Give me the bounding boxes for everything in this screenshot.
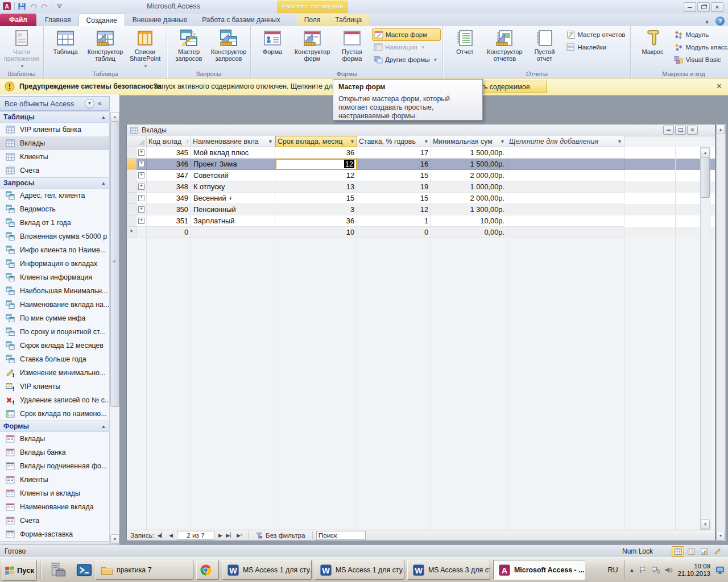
row-selector[interactable] (127, 159, 136, 170)
expand-row-cell[interactable] (136, 227, 147, 238)
row-selector[interactable] (127, 193, 136, 204)
expand-row-icon[interactable]: + (138, 206, 144, 213)
flag-icon[interactable] (638, 566, 647, 575)
ribbon-button-labels[interactable]: Наклейки (564, 41, 628, 53)
cell-349-1[interactable]: Весенний + (191, 193, 275, 204)
datasheet-vertical-scrollbar[interactable]: ▲ ▼ (700, 147, 710, 530)
ribbon-button-more-forms[interactable]: Другие формы▼ (372, 53, 441, 66)
scroll-up-icon[interactable]: ▲ (717, 124, 725, 134)
task-button-folder-0[interactable]: практика 7 (96, 560, 193, 580)
datasheet-scrollbar-thumb[interactable] (701, 157, 710, 198)
nav-item-queries-3[interactable]: Вложенная сумма <5000 р (0, 230, 110, 243)
nav-item-tables-1[interactable]: Вклады (0, 136, 110, 150)
powershell-icon[interactable] (76, 562, 92, 578)
scroll-down-icon[interactable]: ▼ (701, 519, 710, 529)
nav-item-forms-7[interactable]: Форма-заставка (0, 527, 110, 541)
window-close-icon[interactable]: × (711, 2, 723, 12)
nav-item-queries-5[interactable]: Информация о вкладах (0, 257, 110, 271)
table-row-346[interactable]: +346Проект Зима12161 500,00р. (127, 159, 715, 170)
help-icon[interactable]: ? (715, 16, 725, 26)
cell-347-4[interactable]: 2 000,00р. (431, 170, 507, 181)
expand-row-cell[interactable]: + (136, 215, 147, 227)
cell-346-4[interactable]: 1 500,00р. (431, 159, 507, 170)
cell-345-2[interactable]: 36 (275, 147, 357, 159)
nav-item-queries-7[interactable]: Наибольшая Минимальн... (0, 284, 110, 298)
tab-database-tools[interactable]: Работа с базами данных (195, 14, 287, 26)
next-record-icon[interactable]: ▶ (216, 531, 225, 539)
select-all-corner[interactable] (127, 136, 147, 147)
document-window-controls[interactable]: × (663, 126, 698, 135)
document-title-bar[interactable]: Вклады × (127, 124, 715, 136)
ribbon-button-app-parts[interactable]: Части приложения ▼ (2, 27, 42, 70)
task-button-access-app-5[interactable]: AMicrosoft Access - ... (493, 560, 585, 580)
nav-item-queries-13[interactable]: Изменение минимально... (0, 366, 110, 380)
nav-item-queries-12[interactable]: Ставка больше года (0, 352, 110, 366)
ribbon-button-visual-basic[interactable]: Visual Basic (672, 53, 728, 66)
table-row-348[interactable]: +348К отпуску13191 000,00р. (127, 181, 715, 193)
hidden-icons-chevron[interactable]: ▲ (630, 567, 635, 573)
tab-external-data[interactable]: Внешние данные (125, 14, 195, 26)
record-position[interactable]: 2 из 7 (177, 531, 214, 540)
cell-347-1[interactable]: Советский (191, 170, 275, 181)
nav-item-tables-3[interactable]: Счета (0, 164, 110, 177)
nav-item-queries-11[interactable]: Скрок вклада 12 месяцев (0, 339, 110, 352)
cell-348-5[interactable] (507, 181, 624, 193)
cell-351-4[interactable]: 10,00р. (431, 215, 507, 227)
language-indicator[interactable]: RU (605, 566, 620, 574)
computer-icon[interactable] (50, 562, 66, 578)
cell-0-2[interactable]: 10 (275, 227, 357, 238)
ribbon-button-report[interactable]: Отчет (445, 27, 485, 55)
ribbon-button-blank-form[interactable]: Пустая форма (332, 27, 372, 62)
cell-351-3[interactable]: 1 (357, 215, 431, 227)
cell-345-4[interactable]: 1 500,00р. (431, 147, 507, 159)
cell-349-3[interactable]: 15 (357, 193, 431, 204)
ribbon-button-macro[interactable]: Макрос (632, 27, 672, 55)
expand-row-icon[interactable]: + (138, 218, 144, 224)
cell-348-0[interactable]: 348 (147, 181, 191, 193)
column-header-2[interactable]: Срок вклада, месяц▼ (275, 136, 357, 147)
column-header-1[interactable]: Наименование вкла▼ (191, 136, 275, 147)
scroll-down-icon[interactable]: ▼ (110, 534, 119, 544)
search-input[interactable] (316, 531, 366, 540)
ribbon-button-navigation[interactable]: Навигация▼ (372, 41, 441, 53)
cell-0-3[interactable]: 0 (357, 227, 431, 238)
column-header-5[interactable]: Щелкните для добавления▼ (507, 136, 624, 147)
row-selector[interactable] (127, 204, 136, 215)
nav-scrollbar-thumb[interactable] (110, 122, 119, 407)
cell-347-0[interactable]: 347 (147, 170, 191, 181)
quick-access-toolbar[interactable]: A (2, 2, 64, 11)
row-selector[interactable] (127, 181, 136, 193)
window-minimize-icon[interactable] (684, 2, 696, 12)
task-button-word-4[interactable]: WMS Access 3 для сту... (407, 560, 490, 580)
design-view-button[interactable] (711, 546, 723, 557)
ribbon-button-form-design[interactable]: Конструктор форм (292, 27, 332, 62)
cell-345-1[interactable]: Мой вклад плюс (191, 147, 275, 159)
ribbon-button-query-wizard[interactable]: Мастер запросов (169, 27, 209, 62)
expand-row-icon[interactable]: + (138, 184, 144, 190)
datasheet-view-button[interactable] (672, 546, 684, 557)
document-close-icon[interactable]: × (687, 126, 698, 135)
ribbon-button-sharepoint-lists[interactable]: Списки SharePoint ▼ (125, 27, 165, 70)
cell-350-3[interactable]: 12 (357, 204, 431, 215)
column-dropdown-icon[interactable]: ▼ (617, 139, 622, 144)
table-row-351[interactable]: +351Зарплатный36110,00р. (127, 215, 715, 227)
nav-item-queries-8[interactable]: Наименование вклада на... (0, 298, 110, 311)
taskbar-clock[interactable]: 10:09 21.10.2013 (677, 563, 712, 577)
collapse-section-icon[interactable]: ▲ (101, 181, 110, 186)
tab-fields[interactable]: Поля (297, 14, 328, 26)
table-row-347[interactable]: +347Советский12152 000,00р. (127, 170, 715, 181)
nav-section-forms[interactable]: Формы▲ (0, 421, 110, 432)
cell-346-5[interactable] (507, 159, 624, 170)
expand-row-icon[interactable]: + (138, 161, 144, 167)
collapse-section-icon[interactable]: ▲ (101, 115, 110, 120)
nav-item-queries-9[interactable]: По мин сумме инфа (0, 311, 110, 325)
row-selector[interactable] (127, 147, 136, 159)
expand-row-cell[interactable]: + (136, 170, 147, 181)
task-button-word-2[interactable]: WMS Access 1 для сту... (222, 560, 312, 580)
new-record-icon[interactable]: ▶* (235, 531, 245, 539)
ribbon-button-report-design[interactable]: Конструктор отчетов (485, 27, 524, 62)
table-row-345[interactable]: +345Мой вклад плюс36171 500,00р. (127, 147, 715, 159)
nav-item-forms-6[interactable]: Счета (0, 514, 110, 527)
column-dropdown-icon[interactable]: ▼ (424, 139, 429, 144)
cell-0-0[interactable]: 0 (147, 227, 191, 238)
